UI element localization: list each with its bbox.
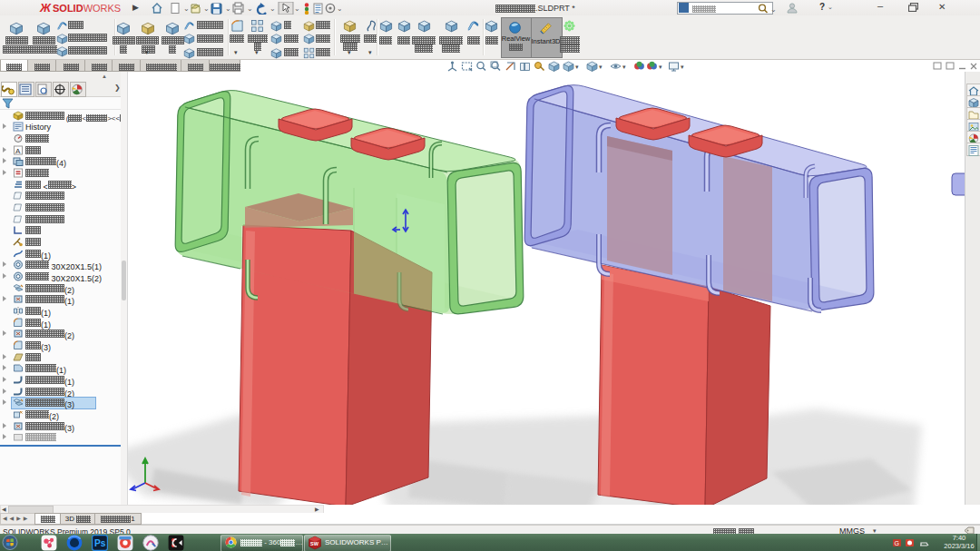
svg-text:A: A (15, 146, 21, 154)
svg-text:⌄: ⌄ (294, 5, 300, 13)
svg-text:SW: SW (310, 541, 319, 546)
svg-text:Ps: Ps (94, 538, 106, 548)
svg-text:⌄: ⌄ (225, 5, 231, 13)
svg-text:⌄: ⌄ (247, 5, 253, 13)
svg-text:⌄: ⌄ (270, 5, 276, 13)
svg-text:⌄: ⌄ (203, 5, 210, 13)
svg-text:⌄: ⌄ (337, 5, 341, 13)
svg-text:⌄: ⌄ (770, 5, 777, 14)
svg-text:⌄: ⌄ (183, 5, 190, 13)
svg-text:G: G (895, 540, 899, 546)
